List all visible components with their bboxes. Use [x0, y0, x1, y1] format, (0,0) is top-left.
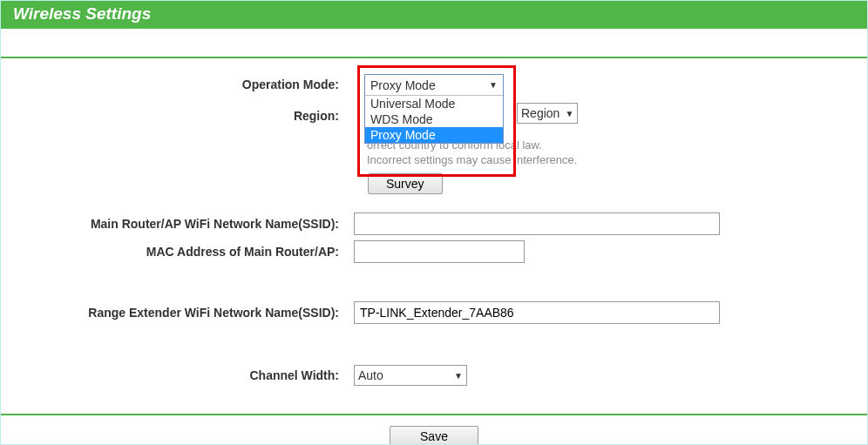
chevron-down-icon: ▼ — [454, 371, 463, 381]
input-main-ssid[interactable] — [354, 212, 720, 235]
page: Wireless Settings Operation Mode: Region… — [0, 0, 868, 445]
label-extender-ssid: Range Extender WiFi Network Name(SSID): — [1, 306, 349, 320]
input-extender-ssid[interactable] — [354, 301, 720, 324]
select-operation-mode-display[interactable]: Proxy Mode ▼ — [365, 75, 503, 96]
select-channel-width[interactable]: Auto ▼ — [354, 365, 467, 386]
row-main-mac: MAC Address of Main Router/AP: — [1, 238, 867, 266]
note-region-line2: Incorrect settings may cause interferenc… — [367, 153, 840, 168]
label-region: Region: — [1, 109, 349, 123]
label-channel-width: Channel Width: — [1, 368, 349, 382]
save-button[interactable]: Save — [390, 426, 478, 445]
chevron-down-icon: ▼ — [565, 109, 573, 118]
label-main-mac: MAC Address of Main Router/AP: — [1, 245, 349, 259]
page-title-bar: Wireless Settings — [1, 1, 867, 29]
select-operation-mode-value: Proxy Mode — [370, 78, 436, 92]
select-operation-mode[interactable]: Proxy Mode ▼ Universal Mode WDS Mode Pro… — [364, 74, 504, 144]
chevron-down-icon: ▼ — [489, 80, 498, 90]
survey-button[interactable]: Survey — [368, 173, 443, 194]
row-extender-ssid: Range Extender WiFi Network Name(SSID): — [1, 299, 867, 327]
row-save: Save — [1, 415, 867, 445]
page-title: Wireless Settings — [13, 4, 151, 23]
survey-button-wrap: Survey — [368, 173, 443, 194]
option-wds-mode[interactable]: WDS Mode — [365, 111, 503, 127]
select-region[interactable]: Region ▼ — [517, 103, 578, 124]
select-operation-mode-options: Universal Mode WDS Mode Proxy Mode — [365, 96, 503, 143]
label-operation-mode: Operation Mode: — [1, 78, 349, 91]
label-main-ssid: Main Router/AP WiFi Network Name(SSID): — [1, 217, 349, 231]
row-channel-width: Channel Width: Auto ▼ — [1, 361, 867, 389]
option-universal-mode[interactable]: Universal Mode — [365, 96, 503, 111]
row-main-ssid: Main Router/AP WiFi Network Name(SSID): — [1, 210, 867, 238]
input-main-mac[interactable] — [354, 240, 525, 263]
option-proxy-mode[interactable]: Proxy Mode — [365, 127, 503, 143]
select-channel-width-value: Auto — [358, 368, 383, 382]
select-region-value: Region — [521, 106, 559, 120]
